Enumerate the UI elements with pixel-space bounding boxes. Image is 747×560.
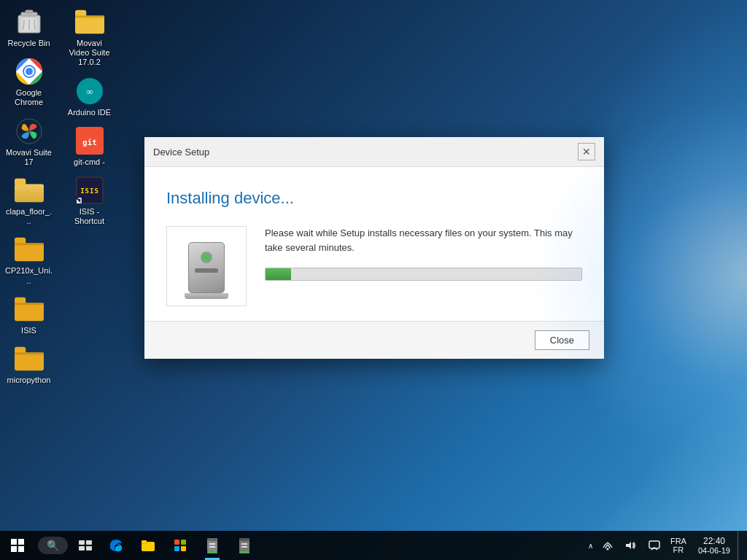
svg-rect-14 xyxy=(15,184,44,202)
svg-point-10 xyxy=(26,68,33,75)
isis-shortcut-label: ISIS - Shortcut xyxy=(66,207,113,226)
dialog-info: Please wait while Setup installs necessa… xyxy=(265,226,582,281)
svg-rect-19 xyxy=(15,303,44,321)
taskbar-file-explorer[interactable] xyxy=(132,531,164,560)
close-button[interactable]: Close xyxy=(535,330,589,350)
dialog-title: Device Setup xyxy=(153,147,209,158)
movavi-suite-17-label: Movavi Suite 17 xyxy=(5,148,53,167)
taskbar-search[interactable]: 🔍 xyxy=(38,537,68,554)
arduino-ide-label: Arduino IDE xyxy=(66,108,113,117)
svg-rect-43 xyxy=(174,540,179,545)
svg-rect-42 xyxy=(142,540,147,543)
recycle-bin-label: Recycle Bin xyxy=(5,39,53,48)
desktop-icon-cp210x[interactable]: CP210x_Uni... xyxy=(1,231,56,289)
svg-rect-21 xyxy=(15,303,44,305)
windows-logo-icon xyxy=(11,539,24,552)
svg-rect-46 xyxy=(181,546,186,551)
notification-icon[interactable] xyxy=(643,531,666,560)
svg-rect-2 xyxy=(26,10,33,13)
dialog-body: Please wait while Setup installs necessa… xyxy=(166,226,582,306)
git-cmd-label: git-cmd - xyxy=(66,158,113,167)
dialog-message: Please wait while Setup installs necessa… xyxy=(265,226,582,254)
clapa-floor-label: clapa_floor_... xyxy=(5,207,53,226)
micropython-label: micropython xyxy=(5,376,53,385)
desktop-icon-clapa-floor[interactable]: clapa_floor_... xyxy=(1,172,56,230)
desktop-icon-movavi-suite-17[interactable]: Movavi Suite 17 xyxy=(1,113,56,171)
clock-date: 04-06-19 xyxy=(698,546,730,555)
desktop-icon-recycle-bin[interactable]: Recycle Bin xyxy=(1,4,56,52)
dialog-footer: Close xyxy=(144,321,604,359)
device-image xyxy=(166,226,247,306)
progress-bar-container xyxy=(265,268,582,281)
svg-rect-38 xyxy=(79,546,85,551)
svg-rect-51 xyxy=(207,551,217,553)
task-view-button[interactable] xyxy=(71,531,100,560)
dialog-content: Installing device... Please wait while S… xyxy=(144,167,604,321)
svg-point-57 xyxy=(606,548,608,551)
desktop-icon-micropython[interactable]: micropython xyxy=(1,341,56,389)
svg-text:ISIS: ISIS xyxy=(80,187,99,195)
svg-marker-58 xyxy=(626,542,631,549)
svg-rect-53 xyxy=(239,538,249,541)
desktop: Recycle Bin Google Chrome xyxy=(0,0,747,560)
start-button[interactable] xyxy=(0,531,35,560)
lang-line2: FR xyxy=(673,545,684,554)
desktop-icon-git-cmd[interactable]: git git-cmd - xyxy=(62,122,117,171)
desktop-icon-movavi-suite-1702[interactable]: Movavi Video Suite 17.0.2 xyxy=(62,4,117,71)
isis-folder-label: ISIS xyxy=(5,326,53,335)
svg-text:git: git xyxy=(82,138,97,147)
svg-rect-16 xyxy=(15,244,44,262)
taskbar-store[interactable] xyxy=(164,531,196,560)
taskbar-clock[interactable]: 22:40 04-06-19 xyxy=(691,531,738,560)
movavi-suite-1702-label: Movavi Video Suite 17.0.2 xyxy=(66,39,113,68)
svg-rect-22 xyxy=(15,352,44,370)
svg-rect-25 xyxy=(75,15,104,34)
desktop-icon-isis-shortcut[interactable]: ISIS ISIS - Shortcut xyxy=(62,172,117,230)
svg-rect-44 xyxy=(181,540,186,545)
svg-rect-39 xyxy=(86,546,92,551)
clock-time: 22:40 xyxy=(703,536,725,546)
svg-rect-37 xyxy=(86,540,92,545)
taskbar-apps xyxy=(100,531,585,560)
volume-icon[interactable] xyxy=(619,531,643,560)
desktop-icon-isis-folder[interactable]: ISIS xyxy=(1,291,56,339)
svg-rect-36 xyxy=(79,540,85,545)
svg-rect-48 xyxy=(207,538,217,541)
svg-rect-45 xyxy=(174,546,179,551)
dialog-close-x-button[interactable]: ✕ xyxy=(578,143,595,160)
svg-rect-56 xyxy=(239,551,249,553)
network-icon[interactable] xyxy=(596,531,619,560)
search-icon: 🔍 xyxy=(47,540,59,551)
cp210x-label: CP210x_Uni... xyxy=(5,266,53,285)
taskbar-language[interactable]: FRA FR xyxy=(666,531,691,560)
device-stand xyxy=(185,293,228,299)
device-tower-icon xyxy=(188,242,225,293)
taskbar-edge[interactable] xyxy=(100,531,132,560)
svg-rect-24 xyxy=(15,352,44,354)
taskbar: 🔍 xyxy=(0,531,747,560)
desktop-icon-google-chrome[interactable]: Google Chrome xyxy=(1,53,56,111)
progress-bar-fill xyxy=(266,268,291,280)
desktop-icon-arduino-ide[interactable]: ∞ Arduino IDE xyxy=(62,73,117,121)
svg-point-12 xyxy=(27,129,31,133)
show-desktop-button[interactable] xyxy=(738,531,743,560)
notification-arrow[interactable]: ∧ xyxy=(585,542,596,550)
svg-rect-6 xyxy=(22,18,36,31)
taskbar-app-2[interactable] xyxy=(228,531,260,560)
svg-rect-18 xyxy=(15,244,44,246)
svg-text:∞: ∞ xyxy=(86,86,93,97)
svg-rect-15 xyxy=(15,179,26,186)
dialog-heading: Installing device... xyxy=(166,189,582,208)
taskbar-system-tray: ∧ xyxy=(585,531,747,560)
lang-line1: FRA xyxy=(670,537,686,545)
dialog-titlebar: Device Setup ✕ xyxy=(144,137,604,167)
google-chrome-label: Google Chrome xyxy=(5,88,53,107)
device-setup-dialog: Device Setup ✕ Installing device... Pl xyxy=(144,137,604,359)
svg-rect-27 xyxy=(75,15,104,18)
taskbar-app-setup[interactable] xyxy=(196,531,228,560)
